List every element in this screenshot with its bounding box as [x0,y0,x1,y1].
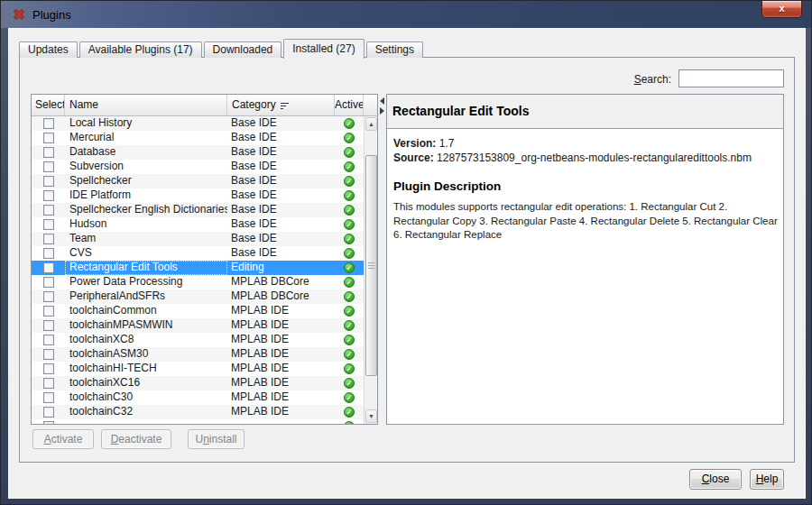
table-row[interactable]: PeripheralAndSFRs MPLAB DBCore [32,289,364,304]
row-checkbox[interactable] [43,306,54,317]
row-checkbox[interactable] [43,176,54,187]
row-checkbox[interactable] [43,363,54,374]
row-checkbox[interactable] [43,161,54,172]
tab-available-plugins[interactable]: Available Plugins (17) [79,41,202,58]
plugin-category-cell[interactable]: MPLAB IDE [227,347,335,362]
table-row[interactable]: Spellchecker English Dictionaries Base I… [32,203,364,217]
table-row[interactable]: toolchainASM30 MPLAB IDE [32,347,364,362]
activate-button[interactable]: Activate [32,429,94,449]
plugin-category-cell[interactable]: Base IDE [227,160,335,174]
plugin-category-cell[interactable]: MPLAB IDE [227,333,335,347]
row-checkbox[interactable] [43,118,54,129]
plugin-name-cell[interactable]: Spellchecker English Dictionaries [65,203,227,217]
plugin-name-cell[interactable]: Power Data Processing [65,275,227,289]
table-row[interactable]: Local History Base IDE [32,116,364,131]
plugin-name-cell[interactable]: toolchainMPASMWIN [65,318,227,333]
plugin-name-cell[interactable]: PeripheralAndSFRs [65,289,227,304]
row-checkbox[interactable] [43,421,54,424]
plugin-name-cell[interactable]: Mercurial [65,131,227,145]
table-row[interactable]: Power Data Processing MPLAB DBCore [32,275,364,289]
row-checkbox[interactable] [43,262,54,273]
close-button[interactable]: Close [689,469,742,490]
tab-settings[interactable]: Settings [366,41,423,58]
row-checkbox[interactable] [43,407,54,418]
table-row[interactable]: toolchainMPASMWIN MPLAB IDE [32,318,364,333]
row-checkbox[interactable] [43,219,54,230]
row-checkbox[interactable] [43,248,54,259]
plugin-name-cell[interactable]: Spellchecker [65,174,227,188]
plugin-category-cell[interactable]: MPLAB DBCore [227,289,335,304]
row-checkbox[interactable] [43,133,54,143]
row-checkbox[interactable] [43,190,54,201]
plugin-name-cell[interactable]: CVS [65,246,227,261]
plugin-category-cell[interactable]: MPLAB IDE [227,318,335,333]
table-row[interactable]: Mercurial Base IDE [32,131,364,145]
plugin-category-cell[interactable]: Base IDE [227,131,335,145]
plugin-category-cell[interactable]: Base IDE [227,145,335,160]
table-row[interactable]: Spellchecker Base IDE [32,174,364,188]
row-checkbox[interactable] [43,392,54,403]
table-row[interactable]: toolchainC30 MPLAB IDE [32,390,364,405]
plugin-category-cell[interactable]: Editing [227,261,335,275]
plugin-name-cell[interactable]: toolchainC32 [65,405,227,419]
scroll-down-icon[interactable]: ▼ [365,409,377,423]
plugin-name-cell[interactable]: toolchainCommon [65,304,227,318]
splitter[interactable] [379,96,386,115]
plugin-name-cell[interactable]: Rectangular Edit Tools [65,261,227,275]
titlebar[interactable]: Plugins x [1,1,811,28]
search-input[interactable] [678,69,784,87]
plugin-name-cell[interactable]: toolchainHI-TECH [65,362,227,376]
row-checkbox[interactable] [43,320,54,331]
plugin-category-cell[interactable]: MPLAB IDE [227,405,335,419]
row-checkbox[interactable] [43,349,54,360]
plugin-name-cell[interactable]: Local History [65,116,227,131]
plugin-category-cell[interactable]: Base IDE [227,246,335,261]
tab-updates[interactable]: Updates [19,41,78,58]
row-checkbox[interactable] [43,147,54,158]
row-checkbox[interactable] [43,378,54,389]
uninstall-button[interactable]: Uninstall [188,429,245,449]
plugin-name-cell[interactable]: Database [65,145,227,160]
deactivate-button[interactable]: Deactivate [101,429,171,449]
row-checkbox[interactable] [43,234,54,244]
table-row[interactable]: toolchainCommon MPLAB IDE [32,304,364,318]
table-row[interactable]: Team Base IDE [32,232,364,246]
tab-downloaded[interactable]: Downloaded [204,41,282,58]
header-active[interactable]: Active [335,95,364,115]
table-row[interactable]: IDE Platform Base IDE [32,188,364,203]
table-row[interactable]: Subversion Base IDE [32,160,364,174]
scrollbar-thumb[interactable] [365,155,377,376]
table-row[interactable]: Database Base IDE [32,145,364,160]
row-checkbox[interactable] [43,291,54,302]
header-name[interactable]: Name [65,95,227,115]
tab-installed[interactable]: Installed (27) [283,39,364,59]
plugin-name-cell[interactable]: toolchainXC8 [65,333,227,347]
splitter-collapse-left-icon[interactable] [380,97,384,105]
plugin-category-cell[interactable]: MPLAB IDE [227,304,335,318]
plugin-name-cell[interactable]: toolchainC30 [65,390,227,405]
plugin-category-cell[interactable]: Base IDE [227,232,335,246]
plugin-category-cell[interactable]: Base IDE [227,217,335,232]
table-row[interactable]: CVS Base IDE [32,246,364,261]
help-button[interactable]: Help [750,469,784,490]
table-row[interactable]: Rectangular Edit Tools Editing [32,261,364,275]
row-checkbox[interactable] [43,205,54,216]
plugin-category-cell[interactable]: MPLAB IDE [227,362,335,376]
plugin-name-cell[interactable]: toolchainASM30 [65,347,227,362]
table-row[interactable] [32,419,364,424]
close-window-icon[interactable]: x [761,1,802,18]
row-checkbox[interactable] [43,277,54,288]
plugin-name-cell[interactable] [65,419,227,424]
plugin-category-cell[interactable]: MPLAB DBCore [227,275,335,289]
plugin-name-cell[interactable]: toolchainXC16 [65,376,227,390]
table-row[interactable]: toolchainXC16 MPLAB IDE [32,376,364,390]
sort-filter-icon[interactable] [281,103,289,109]
plugin-name-cell[interactable]: IDE Platform [65,188,227,203]
splitter-expand-right-icon[interactable] [380,107,384,115]
plugin-name-cell[interactable]: Team [65,232,227,246]
header-select[interactable]: Select [32,95,65,115]
scroll-up-icon[interactable]: ▲ [365,117,377,131]
plugin-category-cell[interactable]: MPLAB IDE [227,376,335,390]
plugin-category-cell[interactable] [227,419,335,424]
plugin-name-cell[interactable]: Subversion [65,160,227,174]
